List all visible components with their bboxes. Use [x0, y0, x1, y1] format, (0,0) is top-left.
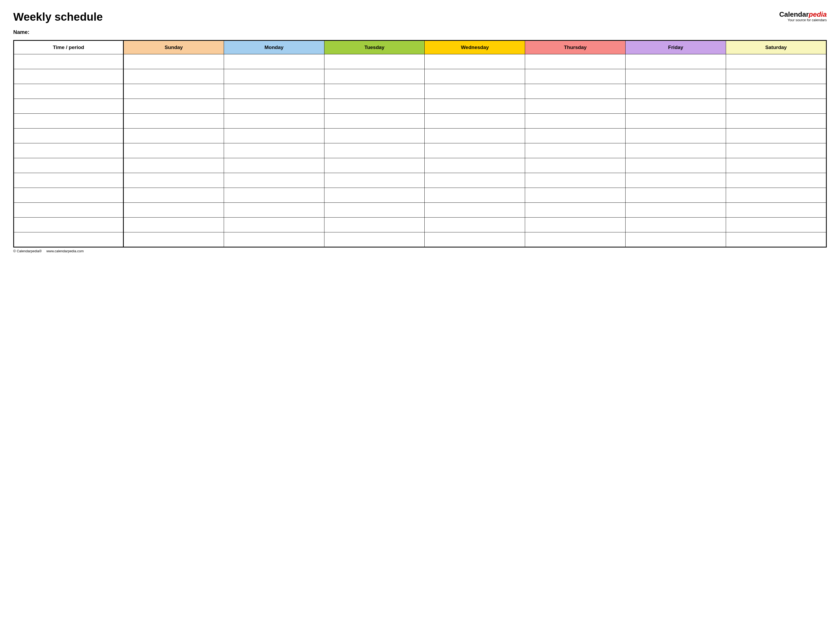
schedule-cell[interactable]: [425, 188, 525, 203]
schedule-cell[interactable]: [626, 129, 726, 143]
schedule-cell[interactable]: [224, 114, 324, 129]
schedule-cell[interactable]: [525, 203, 626, 217]
time-cell[interactable]: [14, 143, 124, 158]
schedule-cell[interactable]: [525, 188, 626, 203]
schedule-cell[interactable]: [324, 217, 425, 232]
schedule-cell[interactable]: [726, 129, 827, 143]
schedule-cell[interactable]: [425, 99, 525, 114]
time-cell[interactable]: [14, 54, 124, 69]
schedule-cell[interactable]: [123, 129, 224, 143]
schedule-cell[interactable]: [626, 232, 726, 247]
schedule-cell[interactable]: [626, 158, 726, 173]
schedule-cell[interactable]: [123, 188, 224, 203]
schedule-cell[interactable]: [123, 173, 224, 188]
schedule-cell[interactable]: [224, 188, 324, 203]
schedule-cell[interactable]: [123, 158, 224, 173]
schedule-cell[interactable]: [324, 173, 425, 188]
schedule-cell[interactable]: [123, 232, 224, 247]
schedule-cell[interactable]: [324, 84, 425, 99]
schedule-cell[interactable]: [626, 188, 726, 203]
schedule-cell[interactable]: [626, 173, 726, 188]
schedule-cell[interactable]: [626, 54, 726, 69]
schedule-cell[interactable]: [525, 232, 626, 247]
schedule-cell[interactable]: [425, 114, 525, 129]
schedule-cell[interactable]: [123, 114, 224, 129]
schedule-cell[interactable]: [224, 54, 324, 69]
schedule-cell[interactable]: [425, 143, 525, 158]
schedule-cell[interactable]: [224, 143, 324, 158]
schedule-cell[interactable]: [525, 54, 626, 69]
schedule-cell[interactable]: [425, 173, 525, 188]
schedule-cell[interactable]: [324, 143, 425, 158]
schedule-cell[interactable]: [726, 158, 827, 173]
schedule-cell[interactable]: [726, 69, 827, 84]
schedule-cell[interactable]: [123, 69, 224, 84]
schedule-cell[interactable]: [425, 232, 525, 247]
schedule-cell[interactable]: [525, 173, 626, 188]
schedule-cell[interactable]: [224, 203, 324, 217]
schedule-cell[interactable]: [525, 99, 626, 114]
schedule-cell[interactable]: [324, 69, 425, 84]
schedule-cell[interactable]: [626, 143, 726, 158]
schedule-cell[interactable]: [726, 99, 827, 114]
schedule-cell[interactable]: [224, 69, 324, 84]
schedule-cell[interactable]: [425, 84, 525, 99]
schedule-cell[interactable]: [425, 203, 525, 217]
time-cell[interactable]: [14, 173, 124, 188]
schedule-cell[interactable]: [525, 84, 626, 99]
schedule-cell[interactable]: [224, 232, 324, 247]
schedule-cell[interactable]: [626, 99, 726, 114]
schedule-cell[interactable]: [626, 69, 726, 84]
schedule-cell[interactable]: [726, 143, 827, 158]
schedule-cell[interactable]: [626, 217, 726, 232]
time-cell[interactable]: [14, 188, 124, 203]
schedule-cell[interactable]: [626, 114, 726, 129]
schedule-cell[interactable]: [525, 158, 626, 173]
schedule-cell[interactable]: [726, 54, 827, 69]
schedule-cell[interactable]: [324, 114, 425, 129]
schedule-cell[interactable]: [324, 158, 425, 173]
schedule-cell[interactable]: [224, 99, 324, 114]
schedule-cell[interactable]: [123, 143, 224, 158]
schedule-cell[interactable]: [525, 143, 626, 158]
schedule-cell[interactable]: [726, 217, 827, 232]
schedule-cell[interactable]: [123, 99, 224, 114]
schedule-cell[interactable]: [525, 129, 626, 143]
schedule-cell[interactable]: [425, 69, 525, 84]
schedule-cell[interactable]: [324, 203, 425, 217]
schedule-cell[interactable]: [726, 84, 827, 99]
schedule-cell[interactable]: [626, 84, 726, 99]
time-cell[interactable]: [14, 217, 124, 232]
schedule-cell[interactable]: [123, 54, 224, 69]
time-cell[interactable]: [14, 129, 124, 143]
time-cell[interactable]: [14, 84, 124, 99]
schedule-cell[interactable]: [123, 84, 224, 99]
time-cell[interactable]: [14, 114, 124, 129]
schedule-cell[interactable]: [123, 203, 224, 217]
schedule-cell[interactable]: [224, 129, 324, 143]
time-cell[interactable]: [14, 99, 124, 114]
schedule-cell[interactable]: [525, 217, 626, 232]
schedule-cell[interactable]: [726, 173, 827, 188]
schedule-cell[interactable]: [324, 232, 425, 247]
schedule-cell[interactable]: [425, 217, 525, 232]
schedule-cell[interactable]: [224, 217, 324, 232]
schedule-cell[interactable]: [626, 203, 726, 217]
schedule-cell[interactable]: [324, 54, 425, 69]
schedule-cell[interactable]: [324, 129, 425, 143]
schedule-cell[interactable]: [224, 158, 324, 173]
time-cell[interactable]: [14, 203, 124, 217]
schedule-cell[interactable]: [224, 84, 324, 99]
schedule-cell[interactable]: [224, 173, 324, 188]
schedule-cell[interactable]: [425, 158, 525, 173]
schedule-cell[interactable]: [425, 54, 525, 69]
schedule-cell[interactable]: [123, 217, 224, 232]
schedule-cell[interactable]: [324, 188, 425, 203]
schedule-cell[interactable]: [726, 203, 827, 217]
time-cell[interactable]: [14, 69, 124, 84]
time-cell[interactable]: [14, 232, 124, 247]
time-cell[interactable]: [14, 158, 124, 173]
schedule-cell[interactable]: [525, 114, 626, 129]
schedule-cell[interactable]: [425, 129, 525, 143]
schedule-cell[interactable]: [726, 232, 827, 247]
